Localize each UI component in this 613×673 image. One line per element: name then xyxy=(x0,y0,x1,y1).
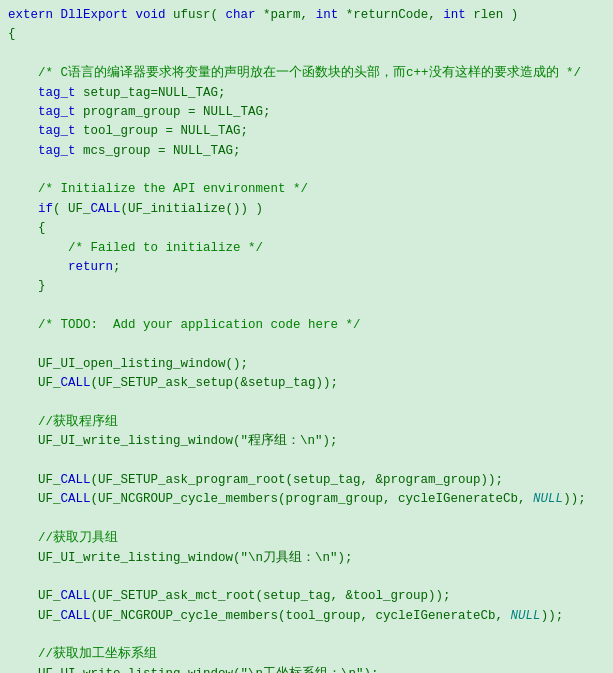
line-comment6: //获取刀具组 xyxy=(8,531,118,545)
line-comment5: //获取程序组 xyxy=(8,415,118,429)
line-brace2: { xyxy=(8,221,46,235)
line-write3: UF_UI_write_listing_window("\n工坐标系组：\n")… xyxy=(8,667,379,673)
line-open-brace: { xyxy=(8,27,16,41)
line-uf-ui-open: UF_UI_open_listing_window(); xyxy=(8,357,248,371)
line-write2: UF_UI_write_listing_window("\n刀具组：\n"); xyxy=(8,551,353,565)
line-call-ncgroup1: UF_CALL(UF_NCGROUP_cycle_members(program… xyxy=(8,492,586,506)
line-if: if( UF_CALL(UF_initialize()) ) xyxy=(8,202,263,216)
line-call-ncgroup2: UF_CALL(UF_NCGROUP_cycle_members(tool_gr… xyxy=(8,609,563,623)
line-var4: tag_t mcs_group = NULL_TAG; xyxy=(8,144,241,158)
line-var3: tag_t tool_group = NULL_TAG; xyxy=(8,124,248,138)
line-comment2: /* Initialize the API environment */ xyxy=(8,182,308,196)
line-brace3: } xyxy=(8,279,46,293)
line-comment4: /* TODO: Add your application code here … xyxy=(8,318,361,332)
line-write1: UF_UI_write_listing_window("程序组：\n"); xyxy=(8,434,338,448)
line-uf-call-setup: UF_CALL(UF_SETUP_ask_setup(&setup_tag)); xyxy=(8,376,338,390)
line-var2: tag_t program_group = NULL_TAG; xyxy=(8,105,271,119)
line-comment3: /* Failed to initialize */ xyxy=(8,241,263,255)
line-return: return; xyxy=(8,260,121,274)
line-call-mct-root: UF_CALL(UF_SETUP_ask_mct_root(setup_tag,… xyxy=(8,589,451,603)
line-comment7: //获取加工坐标系组 xyxy=(8,647,157,661)
line-extern: extern DllExport void ufusr( char *parm,… xyxy=(8,8,518,22)
line-call-program-root: UF_CALL(UF_SETUP_ask_program_root(setup_… xyxy=(8,473,503,487)
code-editor: extern DllExport void ufusr( char *parm,… xyxy=(0,0,613,673)
line-comment1: /* C语言的编译器要求将变量的声明放在一个函数块的头部，而c++没有这样的要求… xyxy=(8,66,581,80)
line-var1: tag_t setup_tag=NULL_TAG; xyxy=(8,86,226,100)
